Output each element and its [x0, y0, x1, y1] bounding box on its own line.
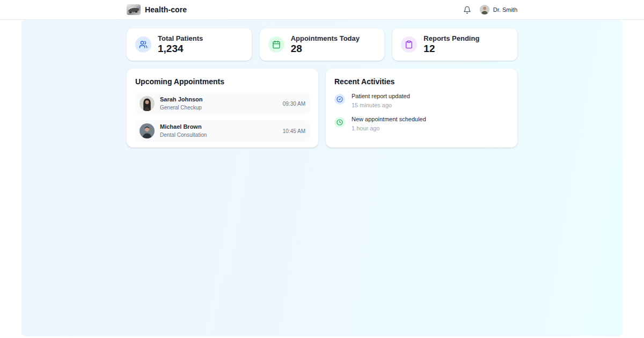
patient-name: Michael Brown [160, 123, 207, 130]
appointment-row[interactable]: Sarah Johnson General Checkup 09:30 AM [135, 93, 310, 114]
stat-label: Reports Pending [423, 35, 479, 43]
appointment-time: 10:45 AM [283, 128, 305, 134]
stat-value: 12 [423, 43, 479, 55]
notifications-button[interactable] [463, 6, 471, 14]
appointment-type: Dental Consultation [160, 132, 207, 138]
patient-avatar [140, 123, 155, 138]
upcoming-appointments-panel: Upcoming Appointments Sarah Johnson Gene… [127, 69, 318, 148]
activity-time: 1 hour ago [352, 125, 426, 132]
activity-text: Patient report updated [352, 93, 410, 100]
brand-logo-image [127, 4, 141, 15]
user-avatar [480, 5, 489, 14]
bell-icon [463, 6, 471, 14]
panel-title: Recent Activities [334, 77, 509, 86]
users-icon [135, 36, 151, 53]
stat-value: 28 [291, 43, 360, 55]
activity-item: Patient report updated 15 minutes ago [334, 93, 509, 109]
appointment-time: 09:30 AM [283, 101, 305, 107]
stat-card-total-patients: Total Patients 1,234 [127, 28, 252, 61]
stats-row: Total Patients 1,234 Appointments Today … [127, 28, 517, 61]
appointment-type: General Checkup [160, 105, 202, 111]
recent-activities-panel: Recent Activities Patient report updated… [326, 69, 517, 148]
logo-graphic [127, 4, 141, 15]
panel-title: Upcoming Appointments [135, 77, 310, 86]
brand-name: Health-core [145, 5, 187, 14]
app-header: Health-core Dr. [0, 0, 644, 20]
calendar-icon [268, 36, 284, 53]
stat-label: Total Patients [158, 35, 203, 43]
brand-home-link[interactable]: Health-core [127, 4, 187, 15]
activity-item: New appointment scheduled 1 hour ago [334, 116, 509, 132]
patient-name: Sarah Johnson [160, 96, 202, 103]
activity-text: New appointment scheduled [352, 116, 426, 123]
appointment-row[interactable]: Michael Brown Dental Consultation 10:45 … [135, 120, 310, 142]
stat-card-reports-pending: Reports Pending 12 [392, 28, 517, 61]
stat-label: Appointments Today [291, 35, 360, 43]
activity-time: 15 minutes ago [352, 102, 410, 109]
stat-value: 1,234 [158, 43, 203, 55]
clipboard-icon [401, 36, 417, 53]
user-name: Dr. Smith [493, 6, 517, 13]
check-circle-icon [334, 94, 345, 105]
panels-row: Upcoming Appointments Sarah Johnson Gene… [127, 69, 517, 148]
user-menu[interactable]: Dr. Smith [480, 5, 517, 14]
patient-avatar [140, 96, 155, 111]
clock-icon [334, 117, 345, 128]
stat-card-appointments-today: Appointments Today 28 [260, 28, 385, 61]
dashboard-main: Total Patients 1,234 Appointments Today … [21, 20, 623, 336]
